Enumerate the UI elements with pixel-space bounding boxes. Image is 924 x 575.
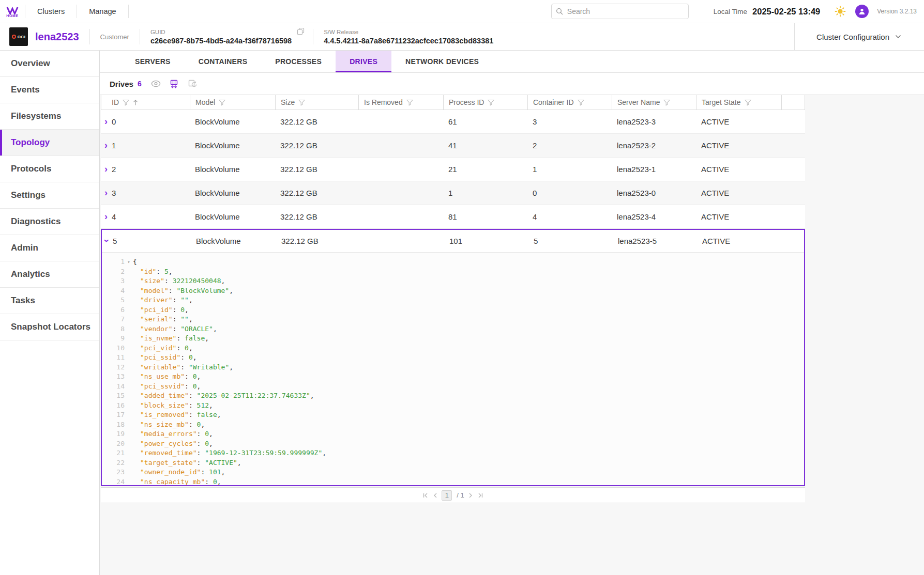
guid-block: GUID c26ce987-8b75-4bd5-a24a-f36f7871659… <box>150 29 292 45</box>
sw-release-label: S/W Release <box>324 29 493 35</box>
column-header-model[interactable]: Model <box>190 95 276 110</box>
cluster-configuration-menu[interactable]: Cluster Configuration <box>794 23 924 51</box>
column-header-is-removed[interactable]: Is Removed <box>359 95 444 110</box>
cell-container-id: 2 <box>527 134 612 157</box>
column-header-container-id[interactable]: Container ID <box>528 95 612 110</box>
sidebar-nav: OverviewEventsFilesystemsTopologyProtoco… <box>0 51 100 575</box>
oci-ring-icon <box>12 35 16 39</box>
table-body: › 0 BlockVolume 322.12 GB 61 3 lena2523-… <box>101 110 805 486</box>
table-row-drive-3[interactable]: › 3 BlockVolume 322.12 GB 1 0 lena2523-0… <box>101 181 805 205</box>
tab-network-devices[interactable]: NETWORK DEVICES <box>391 51 493 72</box>
search-input[interactable] <box>551 4 689 19</box>
next-page-button[interactable] <box>468 492 473 499</box>
theme-toggle-sun-icon[interactable] <box>835 6 846 17</box>
visibility-eye-icon[interactable] <box>151 80 161 87</box>
sidebar-item-settings[interactable]: Settings <box>0 182 99 209</box>
cell-size: 322.12 GB <box>275 158 358 181</box>
expand-chevron-icon[interactable]: › <box>104 188 108 197</box>
sidebar-item-snapshot-locators[interactable]: Snapshot Locators <box>0 314 99 340</box>
cell-model: BlockVolume <box>190 134 275 157</box>
json-line: 22"target_state": "ACTIVE", <box>108 458 804 468</box>
cell-filler <box>781 158 805 181</box>
sidebar-item-events[interactable]: Events <box>0 77 99 103</box>
table-row-drive-1[interactable]: › 1 BlockVolume 322.12 GB 41 2 lena2523-… <box>101 134 805 158</box>
sidebar-item-filesystems[interactable]: Filesystems <box>0 103 99 130</box>
cell-is-removed <box>358 158 443 181</box>
table-row-drive-0[interactable]: › 0 BlockVolume 322.12 GB 61 3 lena2523-… <box>101 110 805 134</box>
column-header-id[interactable]: ID <box>101 95 190 110</box>
cell-process-id: 101 <box>444 230 528 252</box>
sidebar-item-analytics[interactable]: Analytics <box>0 261 99 288</box>
filter-icon[interactable] <box>578 99 584 106</box>
filter-icon[interactable] <box>219 99 225 106</box>
guid-value: c26ce987-8b75-4bd5-a24a-f36f78716598 <box>150 37 292 45</box>
column-header-size[interactable]: Size <box>276 95 359 110</box>
expand-chevron-icon[interactable]: › <box>104 212 108 221</box>
local-time-value: 2025-02-25 13:49 <box>752 7 820 17</box>
sidebar-item-topology[interactable]: Topology <box>0 130 99 156</box>
cell-server-name: lena2523-5 <box>613 230 697 252</box>
version-label: Version 3.2.13 <box>877 8 917 15</box>
sidebar-item-diagnostics[interactable]: Diagnostics <box>0 209 99 235</box>
cell-is-removed <box>358 205 443 228</box>
last-page-button[interactable] <box>477 492 484 499</box>
top-nav: ClustersManage <box>25 0 129 23</box>
filter-icon[interactable] <box>123 99 129 106</box>
expand-chevron-icon[interactable]: › <box>104 117 108 126</box>
column-header-target-state[interactable]: Target State <box>696 95 782 110</box>
cell-size: 322.12 GB <box>275 181 358 205</box>
sidebar-item-protocols[interactable]: Protocols <box>0 156 99 182</box>
cell-model: BlockVolume <box>190 181 275 205</box>
cell-filler <box>781 181 805 205</box>
drives-title: Drives <box>110 80 133 88</box>
nav-item-clusters[interactable]: Clusters <box>25 0 77 23</box>
weka-home-logo[interactable]: HOME <box>0 5 25 18</box>
column-settings-icon[interactable] <box>170 80 179 88</box>
expand-chevron-icon[interactable]: › <box>104 164 108 174</box>
filter-icon[interactable] <box>406 99 413 106</box>
expand-chevron-icon[interactable]: › <box>102 239 112 242</box>
sidebar-item-overview[interactable]: Overview <box>0 51 99 77</box>
sidebar-item-admin[interactable]: Admin <box>0 235 99 261</box>
tab-drives[interactable]: DRIVES <box>336 51 391 72</box>
copy-icon[interactable] <box>297 27 305 35</box>
divider <box>128 5 129 18</box>
tab-servers[interactable]: SERVERS <box>121 51 185 72</box>
json-line: 10"pci_vid": 0, <box>108 344 804 353</box>
filter-icon[interactable] <box>488 99 494 106</box>
cell-model: BlockVolume <box>190 158 275 181</box>
sw-release-value: 4.4.5.4211-8a7a8e6711232acfcec17083cbd83… <box>324 37 493 45</box>
reset-columns-icon[interactable] <box>188 80 197 88</box>
user-avatar[interactable] <box>855 5 869 18</box>
tab-containers[interactable]: CONTAINERS <box>185 51 262 72</box>
prev-page-button[interactable] <box>433 492 438 499</box>
nav-item-manage[interactable]: Manage <box>77 0 128 23</box>
main-panel: SERVERSCONTAINERSPROCESSESDRIVESNETWORK … <box>100 51 924 575</box>
json-line: 14"pci_ssvid": 0, <box>108 382 804 392</box>
table-row-drive-4[interactable]: › 4 BlockVolume 322.12 GB 81 4 lena2523-… <box>101 205 805 229</box>
json-line: 24"ns_capacity_mb": 0, <box>108 477 804 486</box>
cell-process-id: 1 <box>443 181 527 205</box>
filter-icon[interactable] <box>298 99 305 106</box>
json-line: 21"removed_time": "1969-12-31T23:59:59.9… <box>108 448 804 458</box>
column-header-process-id[interactable]: Process ID <box>444 95 528 110</box>
chevron-down-icon <box>895 35 901 39</box>
cell-id: 4 <box>112 212 116 221</box>
first-page-button[interactable] <box>422 492 429 499</box>
cell-id: 1 <box>112 141 116 150</box>
cell-process-id: 21 <box>443 158 527 181</box>
tab-processes[interactable]: PROCESSES <box>261 51 336 72</box>
sidebar-item-tasks[interactable]: Tasks <box>0 288 99 314</box>
json-line: 19"media_errors": 0, <box>108 429 804 439</box>
table-row-drive-5[interactable]: › 5 BlockVolume 322.12 GB 101 5 lena2523… <box>102 230 804 253</box>
column-header-server-name[interactable]: Server Name <box>612 95 696 110</box>
json-line: 23"owner_node_id": 101, <box>108 468 804 477</box>
cell-id: 3 <box>112 189 116 197</box>
filter-icon[interactable] <box>663 99 670 106</box>
expand-chevron-icon[interactable]: › <box>104 141 108 150</box>
filter-icon[interactable] <box>745 99 751 106</box>
cell-process-id: 41 <box>443 134 527 157</box>
fold-caret-icon[interactable]: ▾ <box>125 257 133 267</box>
table-footer: 1 / 1 <box>101 487 805 503</box>
table-row-drive-2[interactable]: › 2 BlockVolume 322.12 GB 21 1 lena2523-… <box>101 158 805 181</box>
